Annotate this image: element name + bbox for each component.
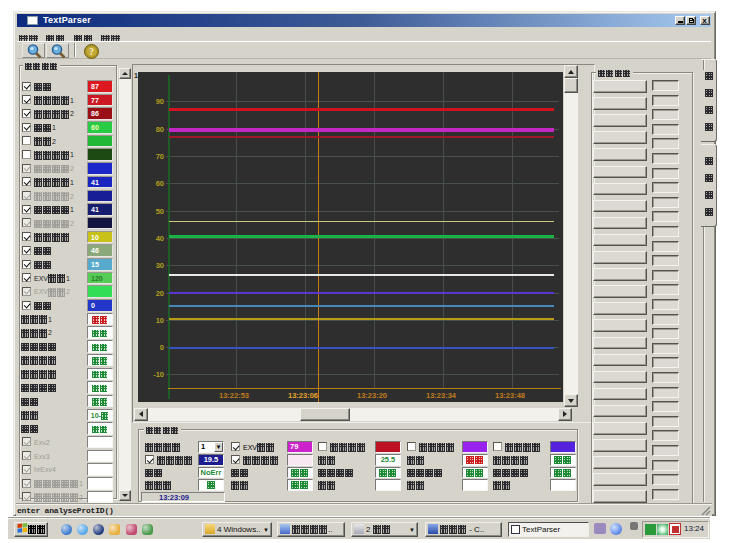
svg-text:?: ? [89,46,94,57]
